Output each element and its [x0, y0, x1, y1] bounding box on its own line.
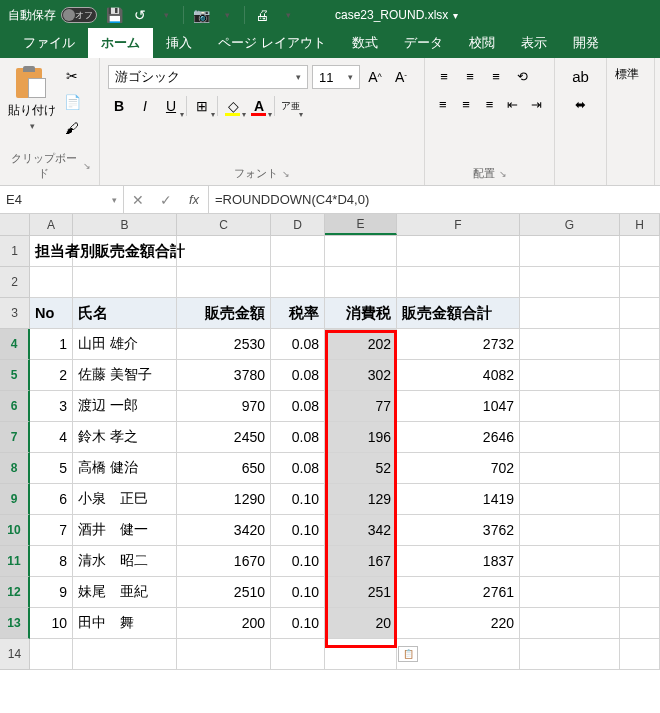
increase-indent-icon[interactable]: ⇥ [527, 93, 546, 115]
cell-rate[interactable]: 0.08 [271, 453, 325, 484]
cell-sales[interactable]: 200 [177, 608, 271, 639]
name-box[interactable]: E4 ▾ [0, 186, 124, 213]
cell-rate[interactable]: 0.10 [271, 515, 325, 546]
cell-name[interactable]: 小泉 正巳 [73, 484, 177, 515]
save-icon[interactable]: 💾 [105, 6, 123, 24]
header-tax[interactable]: 消費税 [325, 298, 397, 329]
row-header-10[interactable]: 10 [0, 515, 30, 546]
cell-sales[interactable]: 650 [177, 453, 271, 484]
tab-file[interactable]: ファイル [10, 28, 88, 58]
cell-rate[interactable]: 0.10 [271, 484, 325, 515]
italic-button[interactable]: I [134, 95, 156, 117]
cell-sales[interactable]: 2450 [177, 422, 271, 453]
cell-sales[interactable]: 2510 [177, 577, 271, 608]
cell-no[interactable]: 6 [30, 484, 73, 515]
decrease-indent-icon[interactable]: ⇤ [503, 93, 522, 115]
cell-sales[interactable]: 1670 [177, 546, 271, 577]
cell-no[interactable]: 8 [30, 546, 73, 577]
cell-no[interactable]: 3 [30, 391, 73, 422]
cell-rate[interactable]: 0.08 [271, 329, 325, 360]
filename-display[interactable]: case23_ROUND.xlsx ▾ [335, 8, 458, 22]
cut-icon[interactable]: ✂ [62, 66, 82, 86]
row-header-1[interactable]: 1 [0, 236, 30, 267]
cell-H1[interactable] [620, 236, 660, 267]
cell-total[interactable]: 702 [397, 453, 520, 484]
cell-name[interactable]: 田中 舞 [73, 608, 177, 639]
cell-rate[interactable]: 0.10 [271, 546, 325, 577]
header-rate[interactable]: 税率 [271, 298, 325, 329]
cell-F1[interactable] [397, 236, 520, 267]
tab-formulas[interactable]: 数式 [339, 28, 391, 58]
wrap-text-icon[interactable]: ab [570, 65, 592, 87]
cell-tax[interactable]: 167 [325, 546, 397, 577]
cell-C1[interactable] [177, 236, 271, 267]
cell-name[interactable]: 妹尾 亜紀 [73, 577, 177, 608]
cell-name[interactable]: 清水 昭二 [73, 546, 177, 577]
tab-review[interactable]: 校閲 [456, 28, 508, 58]
cell-name[interactable]: 渡辺 一郎 [73, 391, 177, 422]
align-center-icon[interactable]: ≡ [456, 93, 475, 115]
cell-tax[interactable]: 20 [325, 608, 397, 639]
cancel-formula-icon[interactable]: ✕ [124, 192, 152, 208]
cell-tax[interactable]: 202 [325, 329, 397, 360]
cell-name[interactable]: 佐藤 美智子 [73, 360, 177, 391]
cell-rate[interactable]: 0.10 [271, 577, 325, 608]
font-name-select[interactable]: 游ゴシック▾ [108, 65, 308, 89]
cell-rate[interactable]: 0.08 [271, 391, 325, 422]
align-right-icon[interactable]: ≡ [480, 93, 499, 115]
tab-view[interactable]: 表示 [508, 28, 560, 58]
font-color-button[interactable]: A [248, 95, 270, 117]
cell-total[interactable]: 2646 [397, 422, 520, 453]
header-sales[interactable]: 販売金額 [177, 298, 271, 329]
header-name[interactable]: 氏名 [73, 298, 177, 329]
cell-sales[interactable]: 1290 [177, 484, 271, 515]
row-header-2[interactable]: 2 [0, 267, 30, 298]
row-header-7[interactable]: 7 [0, 422, 30, 453]
select-all-corner[interactable] [0, 214, 30, 235]
tab-home[interactable]: ホーム [88, 28, 153, 58]
formula-input[interactable]: =ROUNDDOWN(C4*D4,0) [209, 186, 660, 213]
row-header-11[interactable]: 11 [0, 546, 30, 577]
cell-total[interactable]: 3762 [397, 515, 520, 546]
fill-color-button[interactable]: ◇ [222, 95, 244, 117]
align-top-icon[interactable]: ≡ [433, 65, 455, 87]
cell-total[interactable]: 1419 [397, 484, 520, 515]
row-header-5[interactable]: 5 [0, 360, 30, 391]
col-header-H[interactable]: H [620, 214, 660, 235]
cell-tax[interactable]: 342 [325, 515, 397, 546]
cell-no[interactable]: 9 [30, 577, 73, 608]
cell-no[interactable]: 4 [30, 422, 73, 453]
increase-font-icon[interactable]: A^ [364, 66, 386, 88]
qat-customize-icon[interactable]: ▾ [279, 6, 297, 24]
insert-function-icon[interactable]: fx [180, 192, 208, 207]
row-header-4[interactable]: 4 [0, 329, 30, 360]
tab-insert[interactable]: 挿入 [153, 28, 205, 58]
cell-B1[interactable] [73, 236, 177, 267]
cell-tax[interactable]: 129 [325, 484, 397, 515]
dialog-launcher-icon[interactable]: ↘ [499, 169, 507, 179]
enter-formula-icon[interactable]: ✓ [152, 192, 180, 208]
col-header-A[interactable]: A [30, 214, 73, 235]
copy-icon[interactable]: 📄 [62, 92, 82, 112]
undo-icon[interactable]: ↺ [131, 6, 149, 24]
cell-total[interactable]: 2761 [397, 577, 520, 608]
header-no[interactable]: No [30, 298, 73, 329]
number-format-label[interactable]: 標準 [615, 62, 646, 83]
cell-tax[interactable]: 196 [325, 422, 397, 453]
cell-name[interactable]: 鈴木 孝之 [73, 422, 177, 453]
spreadsheet-grid[interactable]: A B C D E F G H 1 担当者別販売金額合計 2 3 No 氏名 販… [0, 214, 660, 670]
cell-total[interactable]: 1047 [397, 391, 520, 422]
cell-total[interactable]: 2732 [397, 329, 520, 360]
col-header-F[interactable]: F [397, 214, 520, 235]
merge-cells-icon[interactable]: ⬌ [570, 93, 592, 115]
paste-options-icon[interactable]: 📋 [398, 646, 418, 662]
col-header-C[interactable]: C [177, 214, 271, 235]
tab-pagelayout[interactable]: ページ レイアウト [205, 28, 339, 58]
row-header-14[interactable]: 14 [0, 639, 30, 670]
cell-sales[interactable]: 970 [177, 391, 271, 422]
cell-no[interactable]: 5 [30, 453, 73, 484]
underline-button[interactable]: U [160, 95, 182, 117]
decrease-font-icon[interactable]: Aˇ [390, 66, 412, 88]
cell-rate[interactable]: 0.08 [271, 360, 325, 391]
col-header-G[interactable]: G [520, 214, 620, 235]
